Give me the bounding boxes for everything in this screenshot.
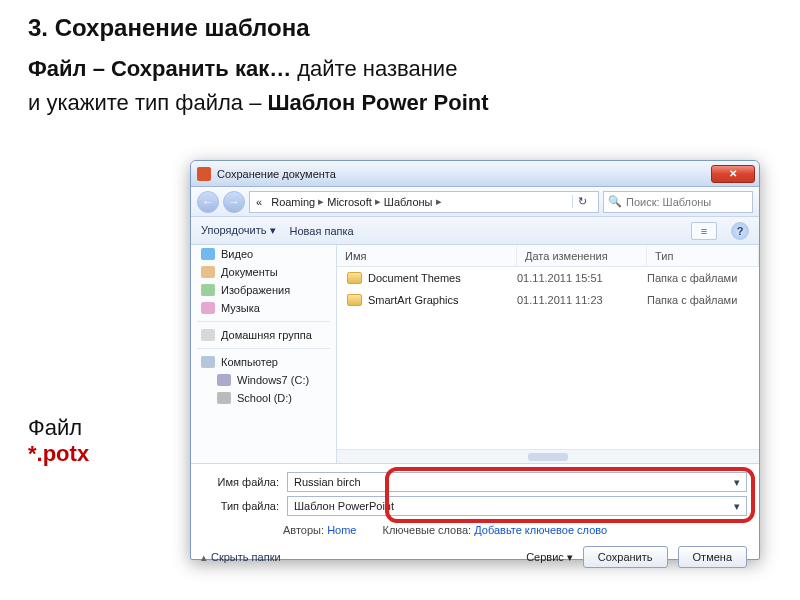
file-row[interactable]: Document Themes 01.11.2011 15:51 Папка с… xyxy=(337,267,759,289)
save-dialog: Сохранение документа ✕ ← → « Roaming ▸ M… xyxy=(190,160,760,560)
sidebar-item-label: Документы xyxy=(221,266,278,278)
slide-line1-rest: дайте название xyxy=(291,56,457,81)
search-icon: 🔍 xyxy=(608,195,622,208)
column-headers: Имя Дата изменения Тип xyxy=(337,245,759,267)
sidebar-item[interactable]: Видео xyxy=(191,245,336,263)
col-date-header[interactable]: Дата изменения xyxy=(517,245,647,266)
folder-icon xyxy=(347,272,362,284)
file-note: Файл *.potx xyxy=(28,415,89,467)
drive-icon xyxy=(217,374,231,386)
filename-label: Имя файла: xyxy=(203,476,279,488)
breadcrumb[interactable]: « Roaming ▸ Microsoft ▸ Шаблоны ▸ ↻ xyxy=(249,191,599,213)
search-placeholder: Поиск: Шаблоны xyxy=(626,196,711,208)
save-button[interactable]: Сохранить xyxy=(583,546,668,568)
sidebar-item[interactable]: Изображения xyxy=(191,281,336,299)
close-icon: ✕ xyxy=(729,168,737,179)
search-input[interactable]: 🔍 Поиск: Шаблоны xyxy=(603,191,753,213)
nav-forward-button[interactable]: → xyxy=(223,191,245,213)
music-icon xyxy=(201,302,215,314)
chevron-up-icon: ▴ xyxy=(201,551,207,564)
chevron-right-icon: ▸ xyxy=(436,195,442,208)
sidebar: Видео Документы Изображения Музыка Домаш… xyxy=(191,245,337,463)
chevron-right-icon: ▸ xyxy=(318,195,324,208)
filetype-value: Шаблон PowerPoint xyxy=(294,500,394,512)
sidebar-item-label: Музыка xyxy=(221,302,260,314)
tools-menu[interactable]: Сервис ▾ xyxy=(526,551,573,564)
refresh-button[interactable]: ↻ xyxy=(572,195,592,208)
sidebar-item-label: Компьютер xyxy=(221,356,278,368)
slide-line2-bold: Шаблон Power Point xyxy=(267,90,488,115)
filetype-row: Тип файла: Шаблон PowerPoint xyxy=(203,494,747,518)
sidebar-separator xyxy=(197,321,330,322)
file-rows: Document Themes 01.11.2011 15:51 Папка с… xyxy=(337,267,759,449)
file-date: 01.11.2011 15:51 xyxy=(517,272,647,284)
new-folder-button[interactable]: Новая папка xyxy=(290,225,354,237)
file-type: Папка с файлами xyxy=(647,272,759,284)
bc-part[interactable]: « xyxy=(256,196,262,208)
bc-part[interactable]: Roaming xyxy=(271,196,315,208)
sidebar-item-drive-c[interactable]: Windows7 (C:) xyxy=(191,371,336,389)
hide-folders-toggle[interactable]: ▴Скрыть папки xyxy=(201,551,281,564)
authors-value[interactable]: Home xyxy=(327,524,356,536)
file-listing: Имя Дата изменения Тип Document Themes 0… xyxy=(337,245,759,463)
col-name-header[interactable]: Имя xyxy=(337,245,517,266)
file-name: SmartArt Graphics xyxy=(368,294,458,306)
filename-row: Имя файла: Russian birch xyxy=(203,470,747,494)
organize-menu[interactable]: Упорядочить ▾ xyxy=(201,224,276,237)
help-button[interactable]: ? xyxy=(731,222,749,240)
horizontal-scrollbar[interactable] xyxy=(337,449,759,463)
close-button[interactable]: ✕ xyxy=(711,165,755,183)
scrollbar-thumb[interactable] xyxy=(528,453,568,461)
dialog-body: Видео Документы Изображения Музыка Домаш… xyxy=(191,245,759,463)
filename-value: Russian birch xyxy=(294,476,361,488)
cancel-button[interactable]: Отмена xyxy=(678,546,747,568)
bc-part[interactable]: Шаблоны xyxy=(384,196,433,208)
file-row[interactable]: SmartArt Graphics 01.11.2011 11:23 Папка… xyxy=(337,289,759,311)
drive-icon xyxy=(217,392,231,404)
homegroup-icon xyxy=(201,329,215,341)
keywords-value[interactable]: Добавьте ключевое слово xyxy=(474,524,607,536)
meta-row: Авторы: Home Ключевые слова: Добавьте кл… xyxy=(191,518,759,536)
sidebar-item-label: School (D:) xyxy=(237,392,292,404)
form-area: Имя файла: Russian birch Тип файла: Шабл… xyxy=(191,463,759,518)
bc-part[interactable]: Microsoft xyxy=(327,196,372,208)
filetype-field[interactable]: Шаблон PowerPoint xyxy=(287,496,747,516)
dialog-title: Сохранение документа xyxy=(217,168,711,180)
documents-icon xyxy=(201,266,215,278)
col-type-header[interactable]: Тип xyxy=(647,245,759,266)
toolbar: Упорядочить ▾ Новая папка ≡ ? xyxy=(191,217,759,245)
powerpoint-icon xyxy=(197,167,211,181)
sidebar-separator xyxy=(197,348,330,349)
slide-line1-bold: Файл – Сохранить как… xyxy=(28,56,291,81)
filename-field[interactable]: Russian birch xyxy=(287,472,747,492)
sidebar-item-label: Изображения xyxy=(221,284,290,296)
folder-icon xyxy=(347,294,362,306)
pictures-icon xyxy=(201,284,215,296)
video-icon xyxy=(201,248,215,260)
slide-line1: Файл – Сохранить как… дайте название xyxy=(28,54,800,84)
chevron-right-icon: ▸ xyxy=(375,195,381,208)
sidebar-item-computer[interactable]: Компьютер xyxy=(191,353,336,371)
bc-sep-1 xyxy=(265,196,268,208)
file-note-ext: *.potx xyxy=(28,441,89,466)
sidebar-item-homegroup[interactable]: Домашняя группа xyxy=(191,326,336,344)
dialog-titlebar[interactable]: Сохранение документа ✕ xyxy=(191,161,759,187)
sidebar-item-label: Windows7 (C:) xyxy=(237,374,309,386)
slide-heading: 3. Сохранение шаблона xyxy=(28,14,800,42)
slide-line2-pre: и укажите тип файла – xyxy=(28,90,267,115)
nav-back-button[interactable]: ← xyxy=(197,191,219,213)
computer-icon xyxy=(201,356,215,368)
file-name: Document Themes xyxy=(368,272,461,284)
nav-row: ← → « Roaming ▸ Microsoft ▸ Шаблоны ▸ ↻ … xyxy=(191,187,759,217)
sidebar-item-drive-d[interactable]: School (D:) xyxy=(191,389,336,407)
file-date: 01.11.2011 11:23 xyxy=(517,294,647,306)
sidebar-item[interactable]: Музыка xyxy=(191,299,336,317)
keywords-label: Ключевые слова: Добавьте ключевое слово xyxy=(382,524,607,536)
sidebar-item[interactable]: Документы xyxy=(191,263,336,281)
sidebar-item-label: Домашняя группа xyxy=(221,329,312,341)
filetype-label: Тип файла: xyxy=(203,500,279,512)
file-note-label: Файл xyxy=(28,415,82,440)
hide-folders-label: Скрыть папки xyxy=(211,551,281,563)
file-type: Папка с файлами xyxy=(647,294,759,306)
view-mode-button[interactable]: ≡ xyxy=(691,222,717,240)
